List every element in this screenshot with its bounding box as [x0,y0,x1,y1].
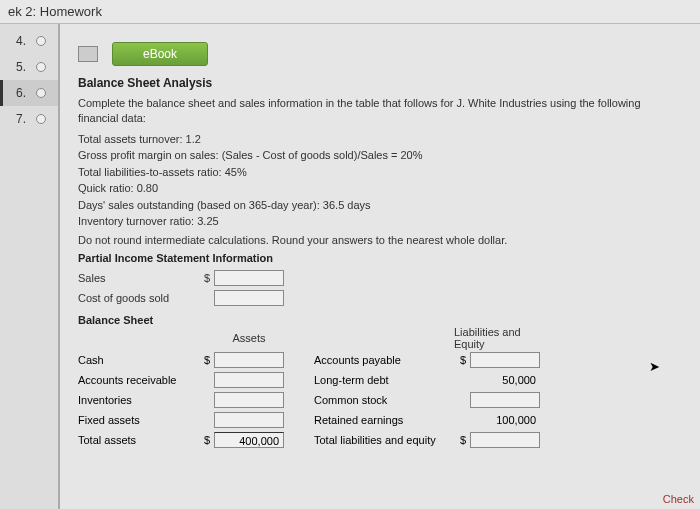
dollar-sign: $ [454,434,466,446]
financial-data-line: Gross profit margin on sales: (Sales - C… [78,147,682,164]
total-assets-label: Total assets [78,434,198,446]
cursor-icon: ➤ [649,359,660,374]
page-header: ek 2: Homework [0,0,700,24]
ebook-button[interactable]: eBook [112,42,208,66]
sidebar-item-5[interactable]: 5. [0,54,58,80]
financial-data-line: Total liabilities-to-assets ratio: 45% [78,164,682,181]
financial-data-line: Inventory turnover ratio: 3.25 [78,213,682,230]
total-le-input[interactable] [470,432,540,448]
status-dot-icon [36,36,46,46]
cogs-input[interactable] [214,290,284,306]
sidebar-item-7[interactable]: 7. [0,106,58,132]
inv-label: Inventories [78,394,198,406]
instructions: Complete the balance sheet and sales inf… [78,96,682,127]
cash-label: Cash [78,354,198,366]
sales-input[interactable] [214,270,284,286]
sidebar-item-6[interactable]: 6. [0,80,58,106]
ap-input[interactable] [470,352,540,368]
check-button[interactable]: Check [663,493,694,505]
ltd-label: Long-term debt [314,374,454,386]
sidebar-item-4[interactable]: 4. [0,28,58,54]
dollar-sign: $ [454,354,466,366]
status-dot-icon [36,62,46,72]
financial-data-line: Quick ratio: 0.80 [78,180,682,197]
ebook-icon[interactable] [78,46,98,62]
sales-label: Sales [78,272,198,284]
sidebar-num: 5. [8,60,26,74]
section-title: Balance Sheet Analysis [78,76,682,90]
header-title: ek 2: Homework [8,4,102,19]
toolbar: eBook [78,42,682,66]
ar-label: Accounts receivable [78,374,198,386]
financial-data-line: Total assets turnover: 1.2 [78,131,682,148]
re-value: 100,000 [470,414,540,426]
status-dot-icon [36,88,46,98]
sidebar-num: 7. [8,112,26,126]
content-area: eBook Balance Sheet Analysis Complete th… [60,24,700,509]
assets-header: Assets [214,332,284,344]
fixed-label: Fixed assets [78,414,198,426]
sidebar-num: 6. [8,86,26,100]
pis-heading: Partial Income Statement Information [78,252,682,264]
cogs-label: Cost of goods sold [78,292,198,304]
dollar-sign: $ [198,354,210,366]
status-dot-icon [36,114,46,124]
dollar-sign: $ [198,272,210,284]
cs-input[interactable] [470,392,540,408]
cs-label: Common stock [314,394,454,406]
ltd-value: 50,000 [470,374,540,386]
total-le-label: Total liabilities and equity [314,434,454,446]
sidebar-num: 4. [8,34,26,48]
question-sidebar: 4. 5. 6. 7. [0,24,60,509]
fixed-input[interactable] [214,412,284,428]
total-assets-value: 400,000 [214,432,284,448]
dollar-sign: $ [198,434,210,446]
ar-input[interactable] [214,372,284,388]
inv-input[interactable] [214,392,284,408]
cash-input[interactable] [214,352,284,368]
rounding-note: Do not round intermediate calculations. … [78,234,682,246]
bs-heading: Balance Sheet [78,314,682,326]
re-label: Retained earnings [314,414,454,426]
liab-header: Liabilities and Equity [454,326,540,350]
ap-label: Accounts payable [314,354,454,366]
financial-data-line: Days' sales outstanding (based on 365-da… [78,197,682,214]
